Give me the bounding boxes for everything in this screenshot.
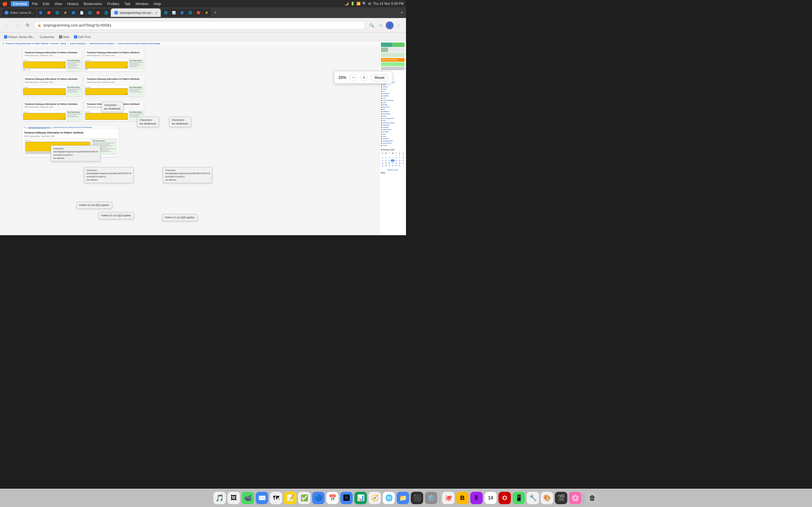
tab-small-4[interactable]: ⚡ <box>61 9 69 17</box>
new-tab-button[interactable]: + <box>211 9 219 17</box>
tab-inactive-1[interactable]: Robert James Metcalfe Bl... <box>2 8 36 17</box>
cat-games[interactable]: Games <box>383 86 388 88</box>
bookmark-button[interactable]: ☆ <box>377 21 385 29</box>
tab-right-6[interactable]: ⚡ <box>203 9 211 17</box>
tab-right-1[interactable]: 🌐 <box>162 9 170 17</box>
cal-24[interactable]: 24 <box>402 162 405 164</box>
breadcrumb-link[interactable]: ⊙ <box>24 126 26 128</box>
tab-close-icon[interactable]: ✕ <box>155 11 157 14</box>
cal-10[interactable]: 10 <box>402 157 405 159</box>
control-center-icon[interactable]: ⊞ <box>368 2 371 6</box>
tab-active[interactable]: rjmprogramming.com.au/... ✕ <box>111 8 161 17</box>
cal-28[interactable]: 28 <box>391 165 394 167</box>
menubar-help[interactable]: Help <box>151 1 163 6</box>
menubar-window[interactable]: Window <box>133 1 151 6</box>
cat-music[interactable]: Music Pat <box>383 106 389 108</box>
menubar-file[interactable]: File <box>30 1 40 6</box>
zoom-minus-button[interactable]: − <box>350 74 357 81</box>
cal-5[interactable]: 5 <box>384 157 388 159</box>
reload-button[interactable]: ↻ <box>24 21 32 29</box>
cat-who[interactable]: The Who <box>383 131 389 133</box>
cal-6[interactable]: 6 <box>388 157 391 159</box>
cat-asp[interactable]: ASP <box>383 83 386 86</box>
cat-ios[interactable]: iOS <box>383 97 385 99</box>
cal-23[interactable]: 23 <box>398 162 401 164</box>
cat-os[interactable]: Operating System <box>383 122 395 124</box>
tab-small-2[interactable]: 🔴 <box>45 9 53 17</box>
menu-button[interactable]: ⋮ <box>395 21 403 29</box>
cal-30[interactable]: 30 <box>398 165 401 167</box>
cal-11[interactable]: 11 <box>381 159 384 162</box>
menubar-chrome[interactable]: Chrome <box>11 1 29 6</box>
bookmark-new[interactable]: New <box>57 35 71 39</box>
cal-9[interactable]: 9 <box>398 157 401 159</box>
menubar-history[interactable]: History <box>65 1 81 6</box>
tab-overflow-button[interactable]: ▾ <box>400 10 404 16</box>
cal-15[interactable]: 15 <box>395 159 398 162</box>
webpage[interactable]: ⬡ Textarea Onkeyup Alternative to Patter… <box>0 41 406 235</box>
tab-small-8[interactable]: 🔴 <box>94 9 102 17</box>
blog-card-5[interactable]: Textarea Onkeyup Alternative to Pattern … <box>22 101 82 121</box>
cal-8[interactable]: 8 <box>395 157 398 159</box>
profile-avatar[interactable]: 👤 <box>386 21 394 29</box>
zoom-button[interactable]: 🔍 <box>368 21 375 29</box>
cat-git[interactable]: Git <box>383 91 385 92</box>
tab-small-1[interactable]: 🔵 <box>37 9 45 17</box>
zoom-reset-button[interactable]: Reset <box>371 74 388 81</box>
tab-small-6[interactable]: 📄 <box>78 9 86 17</box>
cal-4[interactable]: 4 <box>381 157 384 159</box>
cat-tools[interactable]: Tools <box>383 135 386 137</box>
bookmark-rjm[interactable]: Robert James Me... <box>2 35 37 39</box>
tab-right-5[interactable]: 🔴 <box>195 9 202 17</box>
cat-linux[interactable]: Linux <box>383 102 386 103</box>
tab-right-2[interactable]: 📊 <box>170 9 178 17</box>
cat-net[interactable]: Net <box>383 108 385 110</box>
topbar-link2[interactable]: Advanced.textarea.onkeyup.js <box>90 43 114 45</box>
cal-25[interactable]: 25 <box>381 165 384 167</box>
blog-card-3[interactable]: Textarea Onkeyup Alternative to Pattern … <box>22 75 82 96</box>
cat-netbeans[interactable]: NetBeans <box>383 111 389 112</box>
cat-installers[interactable]: Installers <box>383 95 389 97</box>
cal-17[interactable]: 17 <box>402 159 405 162</box>
cal-12[interactable]: 12 <box>384 159 388 162</box>
cat-speech[interactable]: Speechtotext <box>383 129 392 130</box>
cat-mobile[interactable]: Mobile <box>383 104 387 106</box>
tab-small-3[interactable]: 🌐 <box>53 9 61 17</box>
blog-card-1[interactable]: Textarea Onkeyup Alternative to Pattern … <box>22 49 82 71</box>
cal-19[interactable]: 19 <box>384 162 388 164</box>
menubar-edit[interactable]: Edit <box>41 1 51 6</box>
return-to-top[interactable]: Return to Top <box>381 169 405 171</box>
cal-26[interactable]: 26 <box>384 165 388 167</box>
apple-menu[interactable]: 🍎 <box>2 1 8 6</box>
cat-vs[interactable]: Visual Studio <box>383 142 392 144</box>
search-icon[interactable]: 🔍 <box>362 2 366 6</box>
topbar-link3[interactable]: External.Javascript.calling.Textarea.Sor… <box>118 43 160 45</box>
cat-notcat[interactable]: Not Categorised <box>383 117 394 119</box>
menubar-view[interactable]: View <box>52 1 64 6</box>
bookmark-edit-post[interactable]: Edit Post <box>72 35 92 39</box>
topbar-link1[interactable]: textarea.onkeyup.js <box>70 43 86 45</box>
cal-20[interactable]: 20 <box>388 162 391 164</box>
cat-news[interactable]: News <box>383 115 387 117</box>
cal-13[interactable]: 13 <box>388 159 391 162</box>
cat-tutorials[interactable]: Tutorials <box>383 138 389 139</box>
tab-small-7[interactable]: 🌐 <box>86 9 94 17</box>
cal-16[interactable]: 16 <box>398 159 401 162</box>
blog-card-4[interactable]: Textarea Onkeyup Alternative to Pattern … <box>85 75 144 96</box>
cat-gene[interactable]: Gene <box>383 88 386 90</box>
cal-21[interactable]: 21 <box>391 162 394 164</box>
forward-button[interactable]: → <box>13 21 21 29</box>
cat-tips[interactable]: Tips <box>383 133 386 135</box>
cal-7[interactable]: 7 <box>391 157 394 159</box>
cat-xcode[interactable]: Xcode <box>383 145 387 146</box>
blog-card-2[interactable]: Textarea Onkeyup Alternative to Pattern … <box>85 49 144 71</box>
cat-software[interactable]: Software <box>383 126 389 128</box>
cal-2[interactable]: 2 <box>398 154 401 157</box>
tab-right-4[interactable]: 🌐 <box>186 9 194 17</box>
cat-ogp[interactable]: OGP <box>383 120 386 121</box>
cal-22[interactable]: 22 <box>395 162 398 164</box>
cat-hardware[interactable]: Hardware <box>383 93 389 94</box>
back-button[interactable]: ← <box>3 21 11 29</box>
tab-small-9[interactable]: 🌐 <box>102 9 110 17</box>
cal-3[interactable]: 3 <box>402 154 405 157</box>
